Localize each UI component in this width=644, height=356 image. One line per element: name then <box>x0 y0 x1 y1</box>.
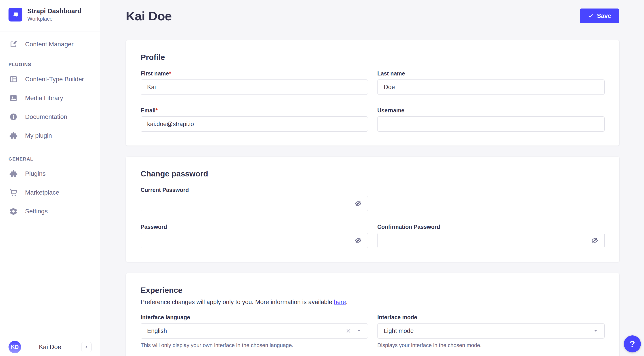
sidebar-item-plugins[interactable]: Plugins <box>0 168 100 180</box>
change-password-section-title: Change password <box>140 169 604 178</box>
help-button[interactable]: ? <box>624 336 641 352</box>
email-field-group: Email* <box>140 107 368 132</box>
change-password-card: Change password Current Password <box>126 157 619 262</box>
sidebar-nav: Content Manager PLUGINS Content-Type Bui… <box>0 32 100 224</box>
sidebar-item-label: Marketplace <box>25 189 59 196</box>
sidebar-section-plugins: PLUGINS <box>0 62 100 67</box>
toggle-password-visibility-button[interactable] <box>354 199 362 208</box>
profile-card: Profile First name* Last name Email* Use… <box>126 40 619 146</box>
sidebar-item-label: Media Library <box>25 94 63 102</box>
current-password-input[interactable] <box>140 196 368 211</box>
experience-subtitle: Preference changes will apply only to yo… <box>140 299 604 306</box>
sidebar-item-my-plugin[interactable]: My plugin <box>0 130 100 142</box>
profile-section-title: Profile <box>140 53 604 62</box>
save-button[interactable]: Save <box>580 8 619 23</box>
sidebar-item-content-manager[interactable]: Content Manager <box>0 38 100 50</box>
toggle-password-visibility-button[interactable] <box>590 236 599 245</box>
sidebar-item-marketplace[interactable]: Marketplace <box>0 186 100 199</box>
sidebar-item-settings[interactable]: Settings <box>0 205 100 218</box>
main-content: Kai Doe Save Profile First name* Last na… <box>100 0 644 356</box>
interface-mode-value: Light mode <box>384 328 593 334</box>
toggle-password-visibility-button[interactable] <box>354 236 362 245</box>
username-label: Username <box>377 107 604 114</box>
last-name-field-group: Last name <box>377 70 604 95</box>
sidebar-item-content-type-builder[interactable]: Content-Type Builder <box>0 73 100 86</box>
puzzle-icon <box>8 131 18 140</box>
workspace-name: Workplace <box>27 16 82 22</box>
clear-icon[interactable] <box>345 328 352 334</box>
interface-language-select[interactable]: English <box>140 323 368 338</box>
sidebar-item-label: Documentation <box>25 113 67 120</box>
confirmation-password-input[interactable] <box>377 233 604 248</box>
required-marker: * <box>156 107 158 114</box>
interface-language-label: Interface language <box>140 314 368 320</box>
sidebar-collapse-button[interactable] <box>81 342 92 352</box>
chevron-left-icon <box>84 344 89 350</box>
current-password-field-group: Current Password <box>140 187 368 211</box>
save-button-label: Save <box>597 12 611 20</box>
interface-mode-select[interactable]: Light mode <box>377 323 604 338</box>
username-input[interactable] <box>377 116 604 132</box>
interface-language-field-group: Interface language English This will <box>140 314 368 348</box>
workspace-brand: Strapi Dashboard Workplace <box>0 0 100 32</box>
sidebar-item-documentation[interactable]: Documentation <box>0 110 100 123</box>
last-name-input[interactable] <box>377 80 604 95</box>
first-name-input[interactable] <box>140 80 368 95</box>
email-label: Email* <box>140 107 368 114</box>
sidebar-user-row: KD Kai Doe <box>0 338 100 356</box>
confirmation-password-field-group: Confirmation Password <box>377 224 604 248</box>
page-header: Kai Doe Save <box>126 8 619 23</box>
image-icon <box>8 93 18 103</box>
new-password-field-group: Password <box>140 224 368 248</box>
confirmation-password-label: Confirmation Password <box>377 224 604 230</box>
chevron-down-icon[interactable] <box>593 328 598 334</box>
pencil-square-icon <box>8 40 18 49</box>
help-button-label: ? <box>630 339 635 349</box>
sidebar-section-general: GENERAL <box>0 156 100 162</box>
page-title: Kai Doe <box>126 9 172 23</box>
interface-language-helper: This will only display your own interfac… <box>140 342 368 348</box>
required-marker: * <box>169 70 171 76</box>
password-label: Password <box>140 224 368 230</box>
info-circle-icon <box>8 112 18 122</box>
interface-mode-field-group: Interface mode Light mode Displays your … <box>377 314 604 348</box>
sidebar-item-media-library[interactable]: Media Library <box>0 92 100 104</box>
sidebar: Strapi Dashboard Workplace Content Manag… <box>0 0 100 356</box>
sidebar-item-label: Content-Type Builder <box>25 76 84 83</box>
app-title: Strapi Dashboard <box>27 7 82 15</box>
eye-slash-icon <box>354 200 362 207</box>
layout-icon <box>8 74 18 84</box>
current-password-label: Current Password <box>140 187 368 193</box>
password-input[interactable] <box>140 233 368 248</box>
first-name-field-group: First name* <box>140 70 368 95</box>
experience-card: Experience Preference changes will apply… <box>126 273 619 356</box>
workspace-titles: Strapi Dashboard Workplace <box>27 7 82 22</box>
interface-mode-helper: Displays your interface in the chosen mo… <box>377 342 604 348</box>
sidebar-item-label: Plugins <box>25 170 46 177</box>
experience-section-title: Experience <box>140 286 604 295</box>
first-name-label: First name* <box>140 70 368 77</box>
email-input[interactable] <box>140 116 368 132</box>
interface-mode-label: Interface mode <box>377 314 604 320</box>
username-field-group: Username <box>377 107 604 132</box>
eye-slash-icon <box>591 237 598 244</box>
more-info-link[interactable]: here <box>334 299 346 306</box>
check-icon <box>588 13 594 18</box>
sidebar-item-label: Settings <box>25 208 48 215</box>
strapi-logo-icon <box>8 8 22 22</box>
last-name-label: Last name <box>377 70 604 77</box>
avatar: KD <box>8 341 21 353</box>
gear-icon <box>8 206 18 216</box>
interface-language-value: English <box>147 328 345 334</box>
puzzle-icon <box>8 169 18 179</box>
sidebar-item-label: Content Manager <box>25 41 74 48</box>
chevron-down-icon[interactable] <box>356 328 362 334</box>
cart-icon <box>8 188 18 198</box>
sidebar-item-label: My plugin <box>25 132 52 139</box>
eye-slash-icon <box>354 237 362 244</box>
